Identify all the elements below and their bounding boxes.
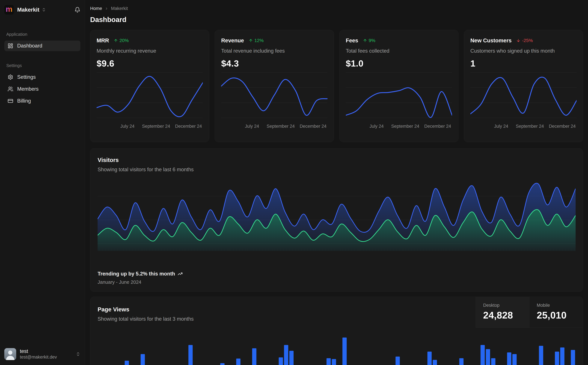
stat-description: Total revenue including fees xyxy=(221,48,327,54)
visitors-area-chart xyxy=(97,179,576,251)
stat-card-mrr: MRR 20% Monthly recurring revenue $9.6 J… xyxy=(90,30,209,142)
toggle-desktop[interactable]: Desktop 24,828 xyxy=(476,297,529,328)
page-views-series-toggle: Desktop 24,828 Mobile 25,010 xyxy=(476,297,583,328)
avatar xyxy=(4,348,16,360)
trending-up-icon xyxy=(178,271,183,276)
visitors-period: January - June 2024 xyxy=(97,280,141,285)
toggle-label: Desktop xyxy=(483,303,529,308)
visitors-subtitle: Showing total visitors for the last 6 mo… xyxy=(97,167,576,173)
trend-badge: -25% xyxy=(516,38,533,43)
bell-icon xyxy=(74,7,80,13)
chevrons-up-down-icon xyxy=(42,8,46,12)
sparkline-x-labels: July 24 September 24 December 24 xyxy=(97,124,203,129)
stat-value: $1.0 xyxy=(346,58,452,69)
gear-icon xyxy=(8,74,13,80)
stat-value: $4.3 xyxy=(221,58,327,69)
stat-title: Revenue xyxy=(221,37,244,44)
mrr-sparkline-chart xyxy=(97,71,203,119)
user-name: test xyxy=(20,348,57,355)
stat-cards-row: MRR 20% Monthly recurring revenue $9.6 J… xyxy=(90,30,583,142)
stat-title: New Customers xyxy=(470,37,512,44)
makerkit-logo: m xyxy=(4,5,14,14)
sidebar-item-billing[interactable]: Billing xyxy=(4,96,80,106)
fees-sparkline-chart xyxy=(346,71,452,119)
customers-sparkline-chart xyxy=(470,71,577,119)
breadcrumb: Home Makerkit xyxy=(90,6,583,11)
sidebar-item-label: Members xyxy=(17,86,39,92)
page-views-title: Page Views xyxy=(97,306,194,313)
workspace-name: Makerkit xyxy=(17,7,39,13)
trend-badge: 20% xyxy=(114,38,129,43)
page-views-bar-chart xyxy=(97,334,576,365)
stat-description: Customers who signed up this month xyxy=(470,48,577,54)
arrow-down-icon xyxy=(516,38,520,43)
stat-value: $9.6 xyxy=(97,58,203,69)
chevron-right-icon xyxy=(105,7,108,10)
stat-title: MRR xyxy=(97,37,109,44)
page-title: Dashboard xyxy=(90,16,583,24)
sidebar: m Makerkit Application Dashboard Setting… xyxy=(0,0,85,365)
stat-value: 1 xyxy=(470,58,577,69)
sidebar-item-label: Billing xyxy=(17,98,31,104)
sidebar-header: m Makerkit xyxy=(4,5,80,14)
layout-dashboard-icon xyxy=(8,43,13,49)
sidebar-item-dashboard[interactable]: Dashboard xyxy=(4,41,80,51)
notifications-button[interactable] xyxy=(74,7,80,13)
user-menu[interactable]: test test@makerkit.dev xyxy=(4,348,80,360)
sidebar-item-label: Settings xyxy=(17,74,36,80)
stat-card-fees: Fees 9% Total fees collected $1.0 July 2… xyxy=(339,30,458,142)
arrow-up-icon xyxy=(249,38,253,43)
toggle-value: 24,828 xyxy=(483,309,529,321)
sidebar-item-label: Dashboard xyxy=(17,43,42,49)
users-icon xyxy=(8,86,13,92)
page-views-subtitle: Showing total visitors for the last 3 mo… xyxy=(97,316,194,322)
breadcrumb-home-link[interactable]: Home xyxy=(90,6,102,11)
trend-badge: 9% xyxy=(363,38,375,43)
sparkline-x-labels: July 24 September 24 December 24 xyxy=(221,124,327,129)
sidebar-section-settings: Settings xyxy=(6,63,80,68)
main-content: Home Makerkit Dashboard MRR 20% Monthly … xyxy=(85,0,588,365)
sidebar-item-members[interactable]: Members xyxy=(4,84,80,94)
stat-description: Monthly recurring revenue xyxy=(97,48,203,54)
sidebar-section-application: Application xyxy=(6,32,80,37)
visitors-title: Visitors xyxy=(97,157,576,163)
breadcrumb-current: Makerkit xyxy=(111,6,128,11)
visitors-card: Visitors Showing total visitors for the … xyxy=(90,148,583,292)
revenue-sparkline-chart xyxy=(221,71,327,119)
arrow-up-icon xyxy=(363,38,367,43)
toggle-label: Mobile xyxy=(537,303,583,308)
workspace-selector[interactable]: Makerkit xyxy=(17,7,46,13)
visitors-trend-note: Trending up by 5.2% this month xyxy=(97,271,183,277)
page-views-card: Page Views Showing total visitors for th… xyxy=(90,297,583,365)
chevrons-up-down-icon xyxy=(76,352,80,356)
credit-card-icon xyxy=(8,98,13,104)
toggle-value: 25,010 xyxy=(537,309,583,321)
stat-title: Fees xyxy=(346,37,358,44)
stat-description: Total fees collected xyxy=(346,48,452,54)
sidebar-item-settings[interactable]: Settings xyxy=(4,72,80,82)
stat-card-new-customers: New Customers -25% Customers who signed … xyxy=(464,30,583,142)
sparkline-x-labels: July 24 September 24 December 24 xyxy=(470,124,577,129)
stat-card-revenue: Revenue 12% Total revenue including fees… xyxy=(215,30,334,142)
sparkline-x-labels: July 24 September 24 December 24 xyxy=(346,124,452,129)
user-email: test@makerkit.dev xyxy=(20,354,57,360)
arrow-up-icon xyxy=(114,38,118,43)
trend-badge: 12% xyxy=(249,38,264,43)
toggle-mobile[interactable]: Mobile 25,010 xyxy=(529,297,583,328)
